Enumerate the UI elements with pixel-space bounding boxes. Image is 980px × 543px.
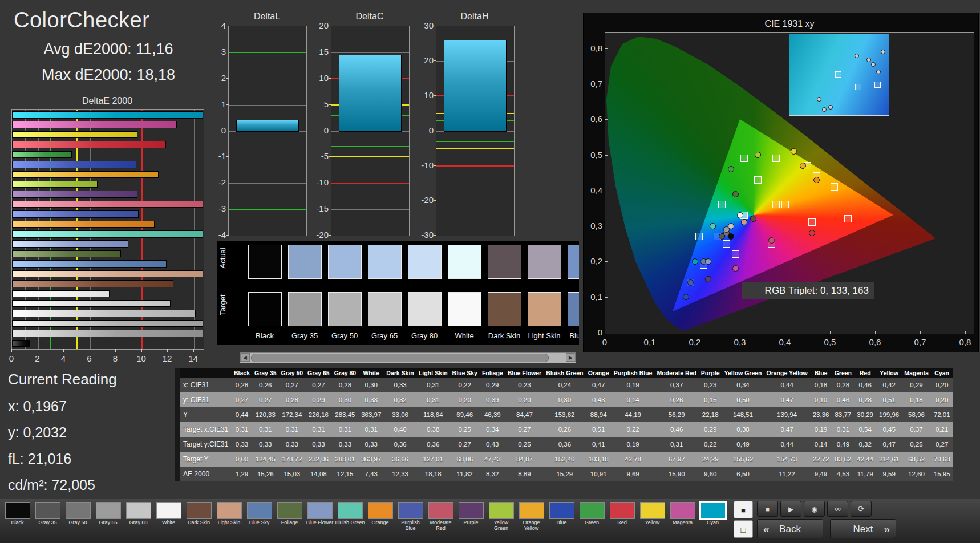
back-button[interactable]: « Back — [757, 519, 823, 538]
patch-button-black[interactable]: Black — [2, 501, 33, 542]
next-button-label: Next — [853, 524, 873, 534]
patch-button-blue[interactable]: Blue — [546, 501, 577, 542]
target-swatch — [488, 292, 521, 326]
table-header-row: BlackGray 35Gray 50Gray 65Gray 80WhiteDa… — [180, 368, 953, 378]
column-header: Red — [854, 368, 876, 378]
pattern-window-button[interactable]: ■ — [734, 501, 753, 518]
x-tick-label: 0,2 — [683, 337, 706, 347]
y-tick — [434, 60, 436, 61]
patch-button-gray-80[interactable]: Gray 80 — [123, 501, 153, 542]
swatch-column-label: Black — [245, 331, 285, 340]
deltae-bar-black — [12, 340, 30, 347]
table-cell: 0,28 — [854, 392, 876, 407]
y-tick-label: -10 — [414, 160, 434, 170]
y-tick-label: 2 — [206, 73, 226, 83]
patch-label: Blue Sky — [244, 520, 274, 526]
swatch-column-label: White — [444, 331, 484, 340]
patch-button-red[interactable]: Red — [607, 501, 637, 542]
patch-button-purplish-blue[interactable]: Purplish Blue — [395, 501, 426, 542]
y-tick-label: 10 — [309, 73, 329, 83]
next-button[interactable]: Next » — [830, 519, 896, 538]
y-tick — [226, 104, 229, 105]
table-row: Target y:CIE310,330,330,330,330,330,330,… — [180, 437, 953, 452]
patch-button-orange[interactable]: Orange — [365, 501, 395, 542]
measure-once-button[interactable]: ◉ — [804, 501, 825, 517]
patch-color-tile — [126, 502, 151, 519]
patch-button-moderate-red[interactable]: Moderate Red — [426, 501, 456, 542]
table-cell: 0,10 — [810, 392, 832, 407]
measured-marker-orange-yellow — [800, 163, 806, 169]
table-cell: 172,34 — [279, 407, 306, 422]
inset-measured-marker — [881, 50, 885, 54]
deltae-bar-magenta — [12, 121, 177, 128]
refresh-icon: ⟳ — [858, 504, 865, 513]
table-cell: 154,73 — [764, 452, 810, 467]
y-tick-label: 0,7 — [585, 79, 602, 88]
target-marker-moderate-red — [808, 218, 816, 226]
x-tick — [740, 331, 740, 334]
patch-button-bluish-green[interactable]: Bluish Green — [335, 501, 365, 542]
patch-label: Blue — [546, 520, 577, 526]
patch-button-light-skin[interactable]: Light Skin — [214, 501, 244, 542]
x-tick-label: 0,5 — [819, 337, 841, 347]
patch-button-dark-skin[interactable]: Dark Skin — [184, 501, 214, 542]
stop-button[interactable]: ■ — [757, 501, 778, 517]
patch-color-tile — [580, 502, 605, 519]
patch-color-tile — [187, 502, 212, 519]
patch-button-gray-50[interactable]: Gray 50 — [63, 501, 93, 542]
continuous-measure-button[interactable]: ∞ — [827, 501, 848, 517]
table-cell: 0,34 — [480, 422, 505, 437]
reference-line — [331, 146, 409, 147]
patch-button-purple[interactable]: Purple — [456, 501, 486, 542]
x-tick-label: 0,8 — [954, 337, 977, 347]
table-cell: 155,62 — [722, 452, 764, 467]
table-cell: 10,91 — [586, 467, 612, 481]
patch-button-magenta[interactable]: Magenta — [667, 501, 698, 542]
play-button[interactable]: ▶ — [780, 501, 801, 517]
chevron-right-icon: » — [884, 520, 890, 539]
gridline — [229, 79, 306, 79]
table-cell: 148,51 — [722, 407, 764, 422]
table-cell: 33,06 — [384, 407, 416, 422]
y-tick — [226, 26, 229, 26]
y-tick-label: -3 — [206, 204, 226, 213]
scrollbar-thumb[interactable] — [251, 354, 549, 362]
patch-button-blue-flower[interactable]: Blue Flower — [305, 501, 335, 542]
patch-button-white[interactable]: White — [153, 501, 184, 542]
table-cell: 0,22 — [450, 378, 480, 392]
y-tick-label: 0,8 — [585, 43, 602, 53]
patch-button-yellow[interactable]: Yellow — [637, 501, 667, 542]
patch-button-green[interactable]: Green — [577, 501, 607, 542]
refresh-button[interactable]: ⟳ — [851, 501, 872, 517]
patch-label: Green — [577, 520, 607, 526]
swatch-scrollbar[interactable]: ◀ ▶ — [240, 352, 576, 363]
x-tick — [875, 331, 876, 334]
patch-button-orange-yellow[interactable]: Orange Yellow — [516, 501, 546, 542]
patch-button-yellow-green[interactable]: Yellow Green — [486, 501, 516, 542]
table-cell: 0,33 — [305, 437, 332, 452]
swatch-column-label: Gray 50 — [325, 331, 365, 340]
deltae-bar-purple — [12, 191, 137, 198]
x-tick-label: 0,4 — [774, 337, 796, 347]
deltae-bar-gray-65 — [12, 310, 196, 317]
y-tick-label: 0,5 — [585, 150, 602, 160]
axis-tick — [115, 349, 116, 352]
table-cell: 0,54 — [854, 422, 876, 437]
patch-button-gray-65[interactable]: Gray 65 — [93, 501, 123, 542]
page-title: ColorChecker — [0, 8, 217, 33]
pattern-toggle-button[interactable]: □ — [734, 520, 753, 538]
table-cell: 0,33 — [384, 378, 416, 392]
column-header: Blue — [810, 368, 832, 378]
patch-button-gray-35[interactable]: Gray 35 — [33, 501, 63, 542]
scroll-right-icon[interactable]: ▶ — [566, 353, 576, 362]
patch-color-tile — [549, 502, 574, 519]
table-cell: 0,26 — [654, 392, 698, 407]
scroll-left-icon[interactable]: ◀ — [240, 353, 250, 362]
table-cell: 15,03 — [279, 467, 306, 481]
table-cell: 47,43 — [480, 452, 505, 467]
patch-button-foliage[interactable]: Foliage — [274, 501, 305, 542]
patch-button-cyan[interactable]: Cyan — [698, 501, 728, 542]
patch-button-blue-sky[interactable]: Blue Sky — [244, 501, 274, 542]
y-tick-label: -15 — [309, 204, 329, 213]
gridline — [436, 201, 514, 201]
